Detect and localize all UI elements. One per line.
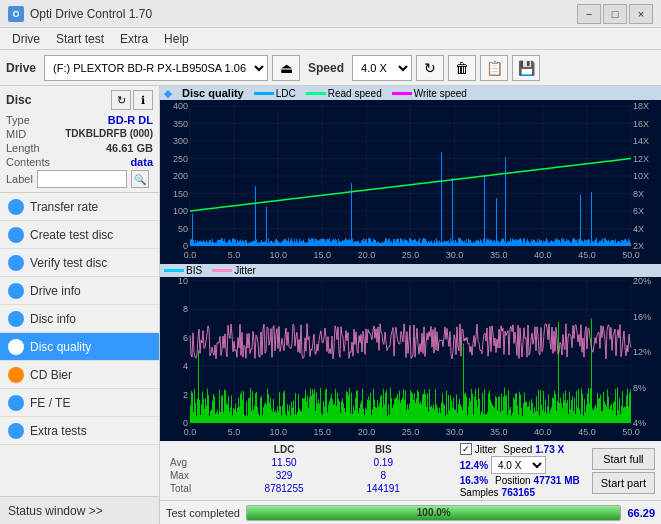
top-chart-canvas (160, 100, 661, 264)
legend-read-line (306, 92, 326, 95)
jitter-speed-panel: ✓ Jitter Speed 1.73 X 12.4% 4.0 X 16.3% … (456, 443, 584, 498)
legend-jitter-line (212, 269, 232, 272)
sidebar-item-drive-info[interactable]: Drive info (0, 277, 159, 305)
label-input[interactable] (37, 170, 127, 188)
speed-label-small: Speed (503, 444, 532, 455)
jitter-label: Jitter (475, 444, 497, 455)
max-label: Max (166, 469, 231, 482)
legend-write: Write speed (392, 88, 467, 99)
contents-label: Contents (6, 156, 50, 168)
total-label: Total (166, 482, 231, 495)
status-window-btn[interactable]: Status window >> (0, 496, 159, 524)
position-label: Position (495, 475, 531, 486)
samples-label: Samples (460, 487, 499, 498)
fe-te-icon (8, 395, 24, 411)
samples-value: 763165 (502, 487, 535, 498)
sidebar-item-create-test-disc[interactable]: Create test disc (0, 221, 159, 249)
drive-info-label: Drive info (30, 284, 81, 298)
mid-label: MID (6, 128, 26, 140)
chart-header-top: ◆ Disc quality LDC Read speed Write spee… (160, 86, 661, 100)
max-ldc: 329 (231, 469, 336, 482)
disc-quality-label: Disc quality (30, 340, 91, 354)
label-search-btn[interactable]: 🔍 (131, 170, 149, 188)
minimize-button[interactable]: − (577, 4, 601, 24)
status-text: Test completed (166, 507, 240, 519)
disc-info-icon (8, 311, 24, 327)
sidebar-item-fe-te[interactable]: FE / TE (0, 389, 159, 417)
bottom-chart-canvas (160, 277, 661, 441)
transfer-rate-label: Transfer rate (30, 200, 98, 214)
sidebar-item-disc-quality[interactable]: Disc quality (0, 333, 159, 361)
max-jitter: 16.3% (460, 475, 488, 486)
chart-icon: ◆ (164, 88, 172, 99)
legend-ldc-label: LDC (276, 88, 296, 99)
content-area: ◆ Disc quality LDC Read speed Write spee… (160, 86, 661, 524)
legend-ldc-line (254, 92, 274, 95)
length-value: 46.61 GB (106, 142, 153, 154)
legend-read: Read speed (306, 88, 382, 99)
disc-info-label: Disc info (30, 312, 76, 326)
menu-extra[interactable]: Extra (112, 30, 156, 48)
legend-read-label: Read speed (328, 88, 382, 99)
col-bis-header: BIS (337, 443, 430, 456)
contents-value: data (130, 156, 153, 168)
verify-test-icon (8, 255, 24, 271)
disc-info-btn[interactable]: ℹ (133, 90, 153, 110)
erase-button[interactable]: 🗑 (448, 55, 476, 81)
progress-label: 100.0% (417, 507, 451, 518)
drive-info-icon (8, 283, 24, 299)
menu-start-test[interactable]: Start test (48, 30, 112, 48)
position-value: 47731 MB (534, 475, 580, 486)
speed-select[interactable]: 4.0 X (352, 55, 412, 81)
start-full-button[interactable]: Start full (592, 448, 655, 470)
extra-tests-icon (8, 423, 24, 439)
max-jitter-row: 16.3% Position 47731 MB (460, 475, 580, 486)
sidebar-item-disc-info[interactable]: Disc info (0, 305, 159, 333)
title-bar: O Opti Drive Control 1.70 − □ × (0, 0, 661, 28)
drive-select[interactable]: (F:) PLEXTOR BD-R PX-LB950SA 1.06 (44, 55, 268, 81)
drive-label: Drive (6, 61, 36, 75)
disc-refresh-btn[interactable]: ↻ (111, 90, 131, 110)
cd-bier-label: CD Bier (30, 368, 72, 382)
menu-help[interactable]: Help (156, 30, 197, 48)
extra-tests-label: Extra tests (30, 424, 87, 438)
legend-write-line (392, 92, 412, 95)
jitter-checkbox[interactable]: ✓ (460, 443, 472, 455)
label-label: Label (6, 173, 33, 185)
avg-ldc: 11.50 (231, 456, 336, 469)
copy-button[interactable]: 📋 (480, 55, 508, 81)
menu-bar: Drive Start test Extra Help (0, 28, 661, 50)
top-chart-container (160, 100, 661, 264)
length-label: Length (6, 142, 40, 154)
legend-jitter-label: Jitter (234, 265, 256, 276)
sidebar-item-transfer-rate[interactable]: Transfer rate (0, 193, 159, 221)
speed-label: Speed (308, 61, 344, 75)
sidebar-item-extra-tests[interactable]: Extra tests (0, 417, 159, 445)
jitter-row-avg2: 12.4% 4.0 X (460, 456, 580, 474)
maximize-button[interactable]: □ (603, 4, 627, 24)
sidebar-item-verify-test-disc[interactable]: Verify test disc (0, 249, 159, 277)
legend-bis-line (164, 269, 184, 272)
eject-button[interactable]: ⏏ (272, 55, 300, 81)
app-title: Opti Drive Control 1.70 (30, 7, 152, 21)
avg-bis: 0.19 (337, 456, 430, 469)
close-button[interactable]: × (629, 4, 653, 24)
toolbar: Drive (F:) PLEXTOR BD-R PX-LB950SA 1.06 … (0, 50, 661, 86)
refresh-button[interactable]: ↻ (416, 55, 444, 81)
sidebar-item-cd-bier[interactable]: CD Bier (0, 361, 159, 389)
type-label: Type (6, 114, 30, 126)
progress-bar: 100.0% (246, 505, 621, 521)
start-part-button[interactable]: Start part (592, 472, 655, 494)
chart-title: Disc quality (182, 87, 244, 99)
speed-avg-value: 1.73 X (535, 444, 564, 455)
stats-area: LDC BIS Avg 11.50 0.19 Max (160, 440, 661, 500)
fe-te-label: FE / TE (30, 396, 70, 410)
menu-drive[interactable]: Drive (4, 30, 48, 48)
disc-title: Disc (6, 93, 31, 107)
col-ldc-header: LDC (231, 443, 336, 456)
app-icon: O (8, 6, 24, 22)
verify-test-label: Verify test disc (30, 256, 107, 270)
sidebar: Disc ↻ ℹ Type BD-R DL MID TDKBLDRFB (000… (0, 86, 160, 524)
save-button[interactable]: 💾 (512, 55, 540, 81)
speed-select-small[interactable]: 4.0 X (491, 456, 546, 474)
